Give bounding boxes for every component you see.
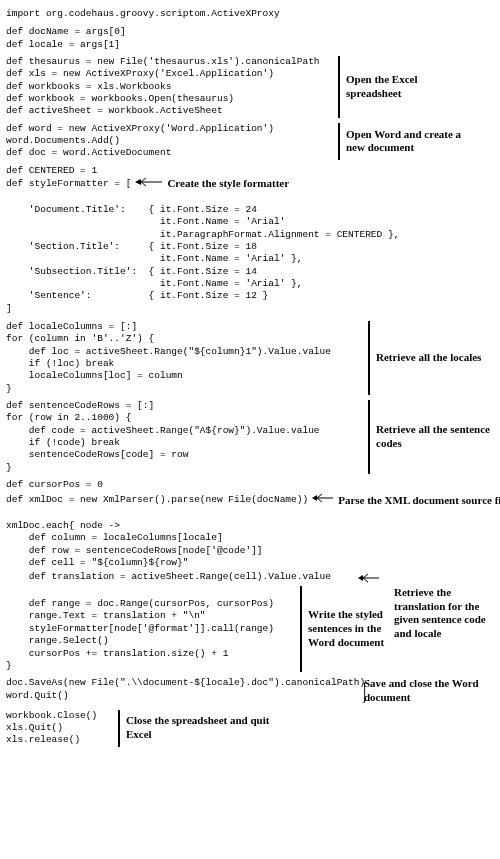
annotation-bar [118,710,120,747]
close-excel-block: workbook.Close() xls.Quit() xls.release(… [6,710,494,747]
line: } [6,383,12,394]
line: it.Font.Name = 'Arial' [6,216,285,227]
line: def localeColumns = [:] [6,321,137,332]
code: def xmlDoc = new XmlParser().parse(new F… [6,493,478,569]
annotation: Retrieve all the locales [376,321,481,395]
code: doc.SaveAs(new File(".\\document-${local… [6,677,364,705]
line: styleFormatter[node['@format']].call(ran… [6,623,274,634]
code: def CENTERED = 1 def styleFormatter = [C… [6,165,399,315]
annotation-bar [338,56,340,118]
annotation: Open the Excel spreadsheet [346,56,466,118]
line: def row = sentenceCodeRows[node['@code']… [6,545,263,556]
arrow-icon [312,493,334,507]
annotation: Open Word and create a new document [346,123,466,160]
line: def workbooks = xls.Workbooks [6,81,171,92]
args-block: def docName = args[0] def locale = args[… [6,26,494,51]
line: 'Sentence': { it.Font.Size = 12 } [6,290,268,301]
locale-columns-block: def localeColumns = [:] for (column in '… [6,321,494,395]
write-block: def range = doc.Range(cursorPos, cursorP… [6,586,494,672]
annotation-bar [338,123,340,160]
line: def code = activeSheet.Range("A${row}").… [6,425,320,436]
annotation: Retrieve all the sentence codes [376,400,496,474]
code: def sentenceCodeRows = [:] for (row in 2… [6,400,364,474]
xml-parse-block: def xmlDoc = new XmlParser().parse(new F… [6,493,494,569]
line: it.Font.Name = 'Arial' }, [6,278,302,289]
line: def workbook = workbooks.Open(thesaurus) [6,93,234,104]
code: def docName = args[0] def locale = args[… [6,26,126,51]
code: def thesaurus = new File('thesaurus.xls'… [6,56,334,118]
annotation: Close the spreadsheet and quit Excel [126,710,286,747]
code: def word = new ActiveXProxy('Word.Applic… [6,123,334,160]
line: word.Quit() [6,690,69,701]
line: def range = doc.Range(cursorPos, cursorP… [6,598,274,609]
svg-marker-3 [312,495,317,501]
code: def range = doc.Range(cursorPos, cursorP… [6,586,296,672]
annotation-bar [368,400,370,474]
line: doc.SaveAs(new File(".\\document-${local… [6,677,365,688]
line: localeColumns[loc] = column [6,370,183,381]
line: workbook.Close() [6,710,97,721]
line: def docName = args[0] [6,26,126,37]
line: ] [6,303,12,314]
line: xls.release() [6,734,80,745]
svg-marker-5 [358,575,363,581]
line: def CENTERED = 1 [6,165,97,176]
annotation: Write the styled sentences in the Word d… [308,586,386,672]
line: def styleFormatter = [ [6,178,131,190]
annotation-bar [300,586,302,672]
line: if (!loc) break [6,358,114,369]
code: import org.codehaus.groovy.scriptom.Acti… [6,8,280,20]
line: def cell = "${column}${row}" [6,557,188,568]
code: def translation = activeSheet.Range(cell… [6,571,358,583]
line: cursorPos += translation.size() + 1 [6,648,228,659]
line: def thesaurus = new File('thesaurus.xls'… [6,56,320,67]
line: range.Text = translation + "\n" [6,610,206,621]
line: def xmlDoc = new XmlParser().parse(new F… [6,494,308,506]
line: def doc = word.ActiveDocument [6,147,171,158]
cursor-pos-line: def cursorPos = 0 [6,479,494,491]
import-line: import org.codehaus.groovy.scriptom.Acti… [6,8,494,20]
save-block: doc.SaveAs(new File(".\\document-${local… [6,677,494,705]
annotation: Parse the XML document source file [338,494,478,508]
svg-marker-1 [135,179,141,185]
line: it.ParagraphFormat.Alignment = CENTERED … [6,229,399,240]
line: xmlDoc.each{ node -> [6,520,120,531]
annotation: Save and close the Word document [364,677,484,705]
line: for (column in 'B'..'Z') { [6,333,154,344]
sentence-rows-block: def sentenceCodeRows = [:] for (row in 2… [6,400,494,474]
line: def locale = args[1] [6,39,120,50]
line: def xls = new ActiveXProxy('Excel.Applic… [6,68,274,79]
line: word.Documents.Add() [6,135,120,146]
line: def cursorPos = 0 [6,479,103,490]
line: def activeSheet = workbook.ActiveSheet [6,105,223,116]
line: if (!code) break [6,437,120,448]
line: def word = new ActiveXProxy('Word.Applic… [6,123,274,134]
arrow-icon [135,177,163,191]
excel-block: def thesaurus = new File('thesaurus.xls'… [6,56,494,118]
code: workbook.Close() xls.Quit() xls.release(… [6,710,114,747]
line: } [6,462,12,473]
annotation: Create the style formatter [167,177,287,191]
annotation: Retrieve the translation for the given s… [394,586,494,672]
line: xls.Quit() [6,722,63,733]
line: } [6,660,12,671]
line: it.Font.Name = 'Arial' }, [6,253,302,264]
line: def column = localeColumns[locale] [6,532,223,543]
line: def sentenceCodeRows = [:] [6,400,154,411]
line: sentenceCodeRows[code] = row [6,449,188,460]
line: range.Select() [6,635,109,646]
line: 'Subsection.Title': { it.Font.Size = 14 [6,266,257,277]
word-block: def word = new ActiveXProxy('Word.Applic… [6,123,494,160]
translation-line-block: def translation = activeSheet.Range(cell… [6,571,494,583]
arrow-icon [358,571,380,583]
line: for (row in 2..1000) { [6,412,131,423]
code: def cursorPos = 0 [6,479,103,491]
line: 'Document.Title': { it.Font.Size = 24 [6,204,257,215]
line: def translation = activeSheet.Range(cell… [6,571,331,582]
line: def loc = activeSheet.Range("${column}1"… [6,346,331,357]
line: 'Section.Title': { it.Font.Size = 18 [6,241,257,252]
bracket-icon: ] [362,677,366,705]
style-formatter-header: def CENTERED = 1 def styleFormatter = [C… [6,165,494,315]
code: def localeColumns = [:] for (column in '… [6,321,364,395]
annotation-bar [368,321,370,395]
